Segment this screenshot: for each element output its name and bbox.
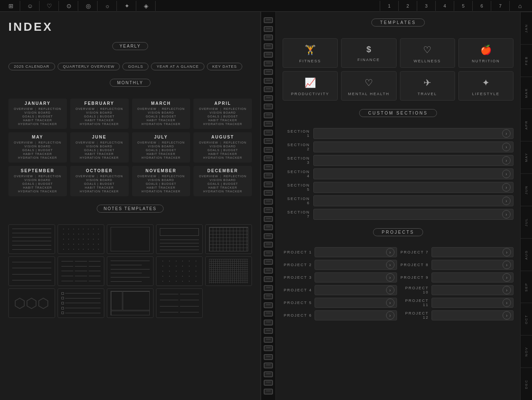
month-february[interactable]: FEBRUARY OVERVIEW|REFLECTION VISION BOAR…: [70, 99, 129, 129]
project-7-arrow[interactable]: ›: [503, 248, 511, 256]
section-7-input[interactable]: ›: [313, 209, 513, 220]
template-travel[interactable]: ✈ TRAVEL: [400, 71, 455, 101]
tab-key-dates[interactable]: KEY DATES: [207, 63, 243, 70]
month-june[interactable]: JUNE OVERVIEW|REFLECTION VISION BOARD GO…: [70, 132, 129, 163]
note-blank[interactable]: [107, 224, 154, 254]
month-january[interactable]: JANUARY OVERVIEW|REFLECTION VISION BOARD…: [8, 99, 67, 129]
template-lifestyle[interactable]: ✦ LIFESTYLE: [458, 71, 513, 101]
side-month-apr[interactable]: APR: [521, 109, 532, 141]
heart-icon[interactable]: ♡: [40, 1, 59, 11]
note-staggered[interactable]: [107, 256, 154, 286]
project-6-input[interactable]: ›: [315, 310, 397, 320]
template-productivity[interactable]: 📈 PRODUCTIVITY: [283, 71, 338, 101]
tab-2025-calendar[interactable]: 2025 CALENDAR: [8, 63, 55, 70]
note-cornell[interactable]: [107, 288, 154, 318]
note-grid[interactable]: [205, 224, 252, 254]
note-columns[interactable]: [58, 256, 104, 286]
month-december[interactable]: DECEMBER OVERVIEW|REFLECTION VISION BOAR…: [193, 166, 252, 196]
section-2-arrow[interactable]: ›: [502, 143, 511, 151]
section-7-arrow[interactable]: ›: [502, 210, 511, 219]
project-7-input[interactable]: ›: [431, 247, 514, 257]
section-1-input[interactable]: ›: [313, 128, 513, 139]
side-month-feb[interactable]: FEB: [521, 44, 532, 77]
project-8-input[interactable]: ›: [431, 260, 514, 270]
section-6-input[interactable]: ›: [313, 195, 513, 206]
side-month-jan[interactable]: JAN: [521, 12, 532, 44]
month-november[interactable]: NOVEMBER OVERVIEW|REFLECTION VISION BOAR…: [132, 166, 191, 196]
project-5-arrow[interactable]: ›: [386, 299, 394, 307]
project-11-input[interactable]: ›: [431, 298, 514, 308]
note-small-grid[interactable]: [205, 256, 252, 286]
template-wellness[interactable]: ♡ WELLNESS: [400, 38, 455, 68]
mental-icon[interactable]: ☼: [98, 1, 117, 11]
project-4-arrow[interactable]: ›: [386, 286, 394, 294]
note-dotted[interactable]: [58, 224, 104, 254]
section-1-arrow[interactable]: ›: [502, 129, 511, 138]
project-10-input[interactable]: ›: [431, 285, 514, 295]
project-3-arrow[interactable]: ›: [386, 273, 394, 282]
section-2-input[interactable]: ›: [313, 141, 513, 152]
project-11-arrow[interactable]: ›: [503, 299, 511, 307]
month-march[interactable]: MARCH OVERVIEW|REFLECTION VISION BOARD G…: [132, 99, 191, 129]
project-9-arrow[interactable]: ›: [503, 273, 511, 282]
project-1-input[interactable]: ›: [315, 247, 397, 257]
project-2-arrow[interactable]: ›: [386, 261, 394, 269]
template-finance[interactable]: $ FINANCE: [341, 38, 396, 68]
project-9-input[interactable]: ›: [431, 272, 514, 283]
nutrition-icon[interactable]: ⊙: [60, 1, 78, 11]
project-3-input[interactable]: ›: [315, 272, 397, 283]
month-april[interactable]: APRIL OVERVIEW|REFLECTION VISION BOARD G…: [193, 99, 252, 129]
tab-6[interactable]: 6: [472, 1, 491, 11]
month-october[interactable]: OCTOBER OVERVIEW|REFLECTION VISION BOARD…: [70, 166, 129, 196]
project-12-input[interactable]: ›: [431, 310, 514, 320]
project-10-arrow[interactable]: ›: [503, 286, 511, 294]
side-month-nov[interactable]: NOV: [521, 335, 532, 368]
note-checkbox[interactable]: [58, 288, 104, 318]
tab-4[interactable]: 4: [435, 1, 454, 11]
month-september[interactable]: SEPTEMBER OVERVIEW|REFLECTION VISION BOA…: [8, 166, 67, 196]
project-6-arrow[interactable]: ›: [386, 311, 394, 320]
side-month-aug[interactable]: AUG: [521, 238, 532, 271]
note-sections[interactable]: [156, 224, 203, 254]
section-3-arrow[interactable]: ›: [502, 156, 511, 165]
tab-year-at-a-glance[interactable]: YEAR AT A GLANCE: [151, 63, 204, 70]
home-icon[interactable]: ⌂: [509, 1, 530, 11]
tab-7[interactable]: 7: [491, 1, 509, 11]
note-lined[interactable]: [8, 224, 55, 254]
side-month-mar[interactable]: MAR: [521, 77, 532, 109]
lifestyle-icon[interactable]: ◈: [137, 1, 156, 11]
note-hex[interactable]: ⬡⬡⬡: [8, 288, 55, 318]
note-dot-dense[interactable]: [156, 256, 203, 286]
tab-2[interactable]: 2: [398, 1, 417, 11]
section-6-arrow[interactable]: ›: [502, 197, 511, 205]
section-5-arrow[interactable]: ›: [502, 183, 511, 192]
side-month-jun[interactable]: JUN: [521, 173, 532, 206]
tab-quarterly-overview[interactable]: QUARTERLY OVERVIEW: [58, 63, 120, 70]
project-4-input[interactable]: ›: [315, 285, 397, 295]
note-wide-lined[interactable]: [8, 256, 55, 286]
template-nutrition[interactable]: 🍎 NUTRITION: [458, 38, 513, 68]
month-july[interactable]: JULY OVERVIEW|REFLECTION VISION BOARD GO…: [132, 132, 191, 163]
section-3-input[interactable]: ›: [313, 155, 513, 166]
fitness-icon[interactable]: ⊞: [2, 1, 20, 11]
section-4-input[interactable]: ›: [313, 168, 513, 179]
note-two-col[interactable]: [156, 288, 203, 318]
month-may[interactable]: MAY OVERVIEW|REFLECTION VISION BOARD GOA…: [8, 132, 67, 163]
wellness-icon[interactable]: ☺: [21, 1, 40, 11]
travel-icon[interactable]: ✦: [118, 1, 136, 11]
side-month-may[interactable]: MAY: [521, 141, 532, 173]
tab-1[interactable]: 1: [380, 1, 398, 11]
template-mental-health[interactable]: ♡ MENTAL HEALTH: [341, 71, 396, 101]
project-2-input[interactable]: ›: [315, 260, 397, 270]
side-month-sep[interactable]: SEP: [521, 271, 532, 303]
side-month-oct[interactable]: OCT: [521, 303, 532, 335]
side-month-jul[interactable]: JUL: [521, 206, 532, 238]
side-month-dec[interactable]: DEC: [521, 368, 532, 400]
project-12-arrow[interactable]: ›: [503, 311, 511, 320]
month-august[interactable]: AUGUST OVERVIEW|REFLECTION VISION BOARD …: [193, 132, 252, 163]
project-8-arrow[interactable]: ›: [503, 261, 511, 269]
project-1-arrow[interactable]: ›: [386, 248, 394, 256]
template-fitness[interactable]: 🏋 FITNESS: [283, 38, 338, 68]
productivity-icon[interactable]: ◎: [79, 1, 98, 11]
tab-goals[interactable]: GOALS: [122, 63, 148, 70]
